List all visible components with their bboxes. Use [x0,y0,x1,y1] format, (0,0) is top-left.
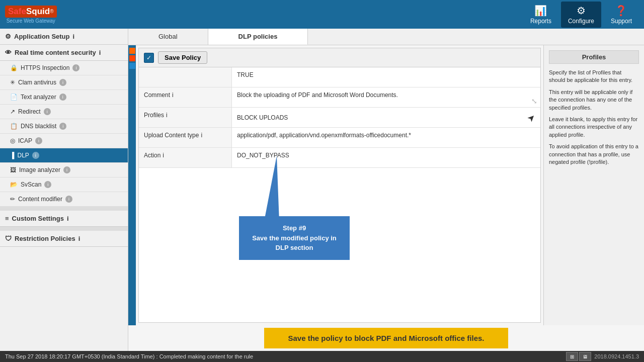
clam-info-icon: i [59,79,66,86]
nav-support[interactable]: ❓ Support [604,2,639,28]
profiles-desc-2: This entry will be applicable only if th… [549,88,639,112]
save-policy-button[interactable]: Save Policy [158,51,207,64]
nav-support-label: Support [611,18,632,25]
step-tooltip: Step #9 Save the modified policy in DLP … [239,216,350,260]
action-label-text: Action [144,152,160,159]
text-icon: 📄 [10,94,18,101]
header-nav: 📊 Reports ⚙ Configure ❓ Support [523,2,639,28]
image-info-icon: i [63,166,70,173]
sidebar-divider-2 [0,227,128,231]
text-info-icon: i [59,94,66,101]
sidebar-divider [0,207,128,211]
nav-configure-label: Configure [568,18,594,25]
redirect-icon: ↗ [10,108,15,115]
tab-dlp-label: DLP policies [238,33,278,40]
save-policy-bar: ✓ Save Policy [139,48,540,67]
bottom-banner: Save the policy to block PDF and Microso… [264,328,508,348]
upload-content-info-icon: i [201,132,202,139]
comment-value: Block the uploading of PDF and Microsoft… [232,87,540,107]
status-right: ⊞ 🖥 2018.0924.1451.3 [566,352,639,361]
upload-content-label-text: Upload Content type [144,132,199,139]
action-info-icon: i [163,152,164,159]
profiles-label: Profiles i [139,108,232,127]
status-icons: ⊞ 🖥 [566,352,591,361]
enabled-label [139,67,232,87]
sidebar-item-redirect[interactable]: ↗ Redirect i [0,105,128,119]
logo-safe-text: Safe [8,7,26,17]
expand-btn-1[interactable] [129,48,135,54]
restriction-label: Restriction Policies [15,235,75,242]
image-icon: 🖼 [10,166,16,173]
profiles-value: BLOCK UPLOADS ➤ [232,108,540,127]
expand-btn-2[interactable] [129,55,135,61]
profiles-panel-title: Profiles [549,50,639,64]
profiles-desc-1: Specify the list of Profiles that should… [549,69,639,84]
logo-squid-text: Squid [26,7,50,17]
sidebar-item-content-modifier[interactable]: ✏ Content modifier i [0,192,128,207]
policy-form: ✓ Save Policy TRUE Comment i [138,48,541,323]
tab-global-label: Global [158,33,178,40]
sidebar-item-image-analyzer[interactable]: 🖼 Image analyzer i [0,163,128,177]
policy-checkbox[interactable]: ✓ [144,53,154,63]
nav-configure[interactable]: ⚙ Configure [561,2,601,28]
sidebar-item-dns-blacklist[interactable]: 📋 DNS blacklist i [0,119,128,134]
sidebar-item-dlp[interactable]: ▐ DLP i [0,148,128,163]
configure-icon: ⚙ [577,5,586,17]
svscan-label: SvScan [21,181,41,188]
sidebar-item-text-analyzer[interactable]: 📄 Text analyzer i [0,90,128,105]
https-icon: 🔒 [10,64,18,71]
sidebar-item-clam-antivirus[interactable]: ✳ Clam antivirus i [0,75,128,90]
profiles-arrow-icon: ➤ [525,111,538,124]
header: Safe Squid ® Secure Web Gateway 📊 Report… [0,0,644,29]
icap-icon: ◎ [10,137,15,144]
real-time-icon: 👁 [5,49,12,56]
restriction-info-icon: i [78,235,80,242]
status-icon-2[interactable]: 🖥 [579,352,591,361]
comment-text: Block the uploading of PDF and Microsoft… [237,92,398,99]
tab-global[interactable]: Global [128,29,208,45]
dlp-label: DLP [18,152,29,159]
logo-registered: ® [50,9,53,14]
redirect-info-icon: i [44,108,51,115]
app-setup-icon: ⚙ [5,33,11,40]
clam-label: Clam antivirus [18,79,56,86]
svscan-info-icon: i [44,181,51,188]
comment-info-icon: i [172,92,174,99]
dlp-info-icon: i [32,152,39,159]
upload-content-label: Upload Content type i [139,128,232,147]
svscan-icon: 📂 [10,181,18,188]
profiles-info-icon: i [166,112,168,119]
logo: Safe Squid ® Secure Web Gateway [5,6,57,24]
https-info-icon: i [72,64,79,71]
content-wrapper: ✓ Save Policy TRUE Comment i [128,45,644,325]
status-message: Thu Sep 27 2018 18:20:17 GMT+0530 (India… [5,353,253,359]
logo-subtitle: Secure Web Gateway [7,18,55,24]
sidebar-item-custom-settings[interactable]: ≡ Custom Settings i [0,211,128,227]
tab-dlp-policies[interactable]: DLP policies [208,29,308,45]
sidebar-item-restriction-policies[interactable]: 🛡 Restriction Policies i [0,231,128,247]
dns-label: DNS blacklist [21,123,56,130]
content-area: Global DLP policies ✓ Save Policy [128,29,644,351]
content-info-icon: i [65,196,72,203]
enabled-value: TRUE [232,67,540,87]
status-icon-1[interactable]: ⊞ [566,352,578,361]
expand-btn-3[interactable] [129,63,135,69]
form-row-action: Action i DO_NOT_BYPASS [139,148,540,168]
profiles-label-text: Profiles [144,112,164,119]
status-bar: Thu Sep 27 2018 18:20:17 GMT+0530 (India… [0,351,644,362]
sidebar-item-icap[interactable]: ◎ ICAP i [0,134,128,148]
restriction-icon: 🛡 [5,235,12,242]
dns-info-icon: i [59,123,66,130]
tooltip-step: Step #9 [247,223,342,233]
https-label: HTTPS Inspection [21,64,69,71]
nav-reports[interactable]: 📊 Reports [523,2,558,28]
sidebar-item-svscan[interactable]: 📂 SvScan i [0,177,128,192]
profiles-panel: Profiles Specify the list of Profiles th… [543,45,644,325]
icap-info-icon: i [35,137,42,144]
resize-handle: ⤡ [531,97,537,105]
sidebar-item-real-time[interactable]: 👁 Real time content security i [0,45,128,61]
form-row-profiles: Profiles i BLOCK UPLOADS ➤ [139,108,540,128]
sidebar-item-application-setup[interactable]: ⚙ Application Setup i [0,29,128,45]
custom-info-icon: i [67,215,69,222]
sidebar-item-https-inspection[interactable]: 🔒 HTTPS Inspection i [0,61,128,75]
